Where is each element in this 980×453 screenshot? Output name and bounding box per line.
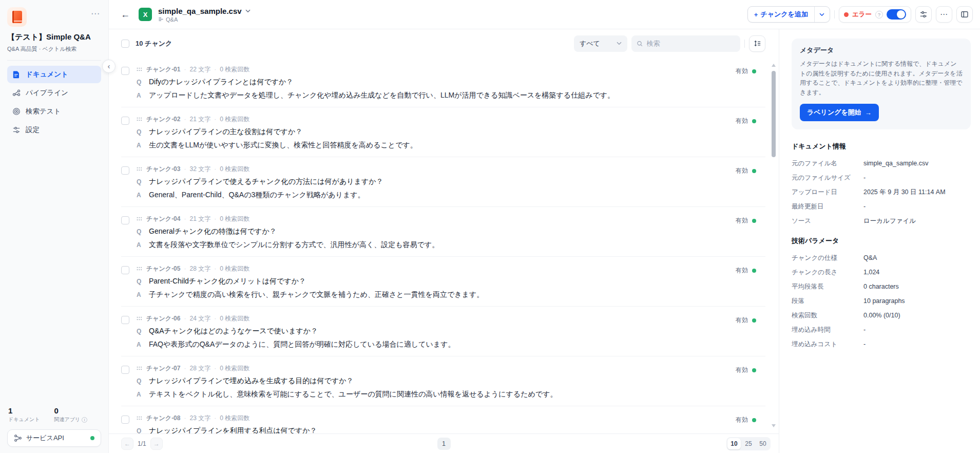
chunk-checkbox[interactable]: [121, 416, 129, 424]
more-actions-button[interactable]: ⋯: [936, 6, 952, 23]
knowledge-base-icon: [7, 7, 27, 27]
file-name-dropdown[interactable]: simple_qa_sample.csv: [158, 7, 251, 15]
info-label: 元のファイル名: [792, 159, 863, 167]
service-api-button[interactable]: サービスAPI: [7, 429, 101, 447]
grid-dots-icon: [137, 166, 143, 172]
select-all-checkbox[interactable]: [121, 40, 129, 48]
knowledge-stats: 1 ドキュメント 0 関連アプリ i: [7, 406, 101, 423]
chunk-id: チャンク-08: [146, 414, 180, 422]
chunk-checkbox[interactable]: [121, 216, 129, 224]
chunk-card[interactable]: チャンク-05 · 28 文字 · 0 検索回数 QParent-Childチャ…: [137, 265, 728, 300]
question-text: Difyのナレッジパイプラインとは何ですか？: [149, 77, 293, 87]
answer-text: General、Parent-Child、Q&Aの3種類のチャンク戦略があります…: [149, 190, 365, 200]
chunk-row: チャンク-07 · 28 文字 · 0 検索回数 Qナレッジパイプラインで埋め込…: [121, 356, 765, 406]
question-text: Q&Aチャンク化はどのようなケースで使いますか？: [149, 326, 318, 336]
chunk-hit-count: 0 検索回数: [220, 265, 249, 273]
start-labeling-button[interactable]: ラベリングを開始 →: [800, 104, 879, 121]
scrollbar-thumb[interactable]: [772, 71, 776, 157]
status-filter-select[interactable]: すべて: [574, 35, 627, 52]
current-page-button[interactable]: 1: [437, 438, 451, 450]
chunk-checkbox[interactable]: [121, 316, 129, 324]
page-size-25[interactable]: 25: [742, 438, 755, 449]
sidebar-item-pipeline[interactable]: パイプライン: [7, 84, 101, 102]
page-size-10[interactable]: 10: [727, 438, 741, 449]
chunk-row: チャンク-04 · 21 文字 · 0 検索回数 QGeneralチャンク化の特…: [121, 207, 765, 257]
file-name: simple_qa_sample.csv: [158, 7, 242, 15]
question-text: ナレッジパイプラインを利用する利点は何ですか？: [149, 425, 317, 433]
scroll-up-arrow[interactable]: [772, 64, 776, 67]
question-text: Parent-Childチャンク化のメリットは何ですか？: [149, 276, 306, 287]
search-input[interactable]: [647, 40, 735, 47]
help-icon[interactable]: ?: [875, 11, 883, 18]
chunk-status-label: 有効: [736, 166, 748, 175]
chunk-card[interactable]: チャンク-01 · 22 文字 · 0 検索回数 QDifyのナレッジパイプライ…: [137, 65, 728, 101]
info-row: 平均段落長 0 characters: [792, 282, 971, 291]
sidebar-item-settings[interactable]: 設定: [7, 121, 101, 139]
chunk-char-count: 21 文字: [189, 215, 210, 223]
chunk-card[interactable]: チャンク-08 · 23 文字 · 0 検索回数 Qナレッジパイプラインを利用す…: [137, 414, 728, 433]
book-icon: [12, 11, 22, 23]
info-value: -: [863, 326, 866, 334]
scroll-down-arrow[interactable]: [772, 424, 776, 427]
chunk-row: チャンク-08 · 23 文字 · 0 検索回数 Qナレッジパイプラインを利用す…: [121, 406, 765, 433]
chunk-card[interactable]: チャンク-04 · 21 文字 · 0 検索回数 QGeneralチャンク化の特…: [137, 215, 728, 250]
chunk-mode-badge: Q&A: [158, 16, 251, 23]
chunk-checkbox[interactable]: [121, 67, 129, 75]
chunk-checkbox[interactable]: [121, 366, 129, 374]
grid-dots-icon: [137, 216, 143, 222]
chunk-hit-count: 0 検索回数: [220, 115, 249, 123]
documents-count: 1: [8, 406, 54, 415]
info-value: 10 paragraphs: [863, 297, 905, 305]
chunk-card[interactable]: チャンク-03 · 32 文字 · 0 検索回数 Qナレッジパイプラインで使える…: [137, 165, 728, 200]
question-label: Q: [137, 77, 144, 87]
chunk-card[interactable]: チャンク-07 · 28 文字 · 0 検索回数 Qナレッジパイプラインで埋め込…: [137, 364, 728, 400]
info-label: 埋め込み時間: [792, 326, 863, 334]
sidebar-item-label: ドキュメント: [26, 70, 68, 79]
next-page-button[interactable]: →: [150, 438, 163, 450]
chunk-status-label: 有効: [736, 416, 748, 424]
document-enable-toggle[interactable]: [887, 9, 906, 20]
doc-info-rows: 元のファイル名 simple_qa_sample.csv 元のファイルサイズ -…: [792, 159, 971, 225]
page-indicator: 1/1: [138, 440, 146, 447]
csv-file-icon: X: [139, 8, 152, 21]
answer-label: A: [137, 140, 144, 150]
panel-layout-icon: [960, 10, 969, 18]
chunk-status-label: 有効: [736, 316, 748, 325]
chunk-char-count: 24 文字: [189, 314, 210, 323]
back-button[interactable]: ←: [118, 7, 132, 22]
sidebar-item-documents[interactable]: ドキュメント: [7, 66, 101, 83]
add-chunk-caret[interactable]: [814, 7, 830, 22]
chunk-checkbox[interactable]: [121, 117, 129, 125]
api-status-dot: [90, 436, 94, 440]
question-text: ナレッジパイプラインの主な役割は何ですか？: [149, 126, 302, 137]
metadata-description: メタデータはドキュメントに関する情報で、ドキュメントの属性を説明するために使用さ…: [800, 59, 963, 97]
info-label: 元のファイルサイズ: [792, 174, 863, 182]
page-size-50[interactable]: 50: [756, 438, 770, 449]
prev-page-button[interactable]: ←: [121, 438, 133, 450]
grid-dots-icon: [137, 365, 143, 371]
display-order-button[interactable]: [749, 35, 765, 52]
chunk-card[interactable]: チャンク-06 · 24 文字 · 0 検索回数 QQ&Aチャンク化はどのような…: [137, 314, 728, 350]
answer-label: A: [137, 389, 144, 400]
chunk-card[interactable]: チャンク-02 · 21 文字 · 0 検索回数 Qナレッジパイプラインの主な役…: [137, 115, 728, 150]
chunk-checkbox[interactable]: [121, 166, 129, 175]
info-row: 埋め込み時間 -: [792, 326, 971, 334]
chunk-checkbox[interactable]: [121, 266, 129, 274]
add-chunk-button[interactable]: + チャンクを追加: [748, 7, 814, 22]
sidebar-collapse-button[interactable]: ‹: [102, 60, 116, 73]
info-value: 1,024: [863, 268, 879, 276]
info-row: アップロード日 2025 年 9 月 30 日 11:14 AM: [792, 188, 971, 196]
pipeline-icon: [12, 89, 21, 97]
metadata-card: メタデータ メタデータはドキュメントに関する情報で、ドキュメントの属性を説明する…: [792, 39, 971, 129]
toggle-panel-button[interactable]: [956, 6, 973, 23]
more-icon[interactable]: ⋯: [90, 7, 101, 20]
sidebar-item-retrieval-test[interactable]: 検索テスト: [7, 103, 101, 120]
chunk-settings-button[interactable]: [915, 6, 932, 23]
info-row: チャンクの長さ 1,024: [792, 268, 971, 276]
answer-text: テキストをベクトル化し、意味検索を可能にすることで、ユーザーの質問に関連性の高い…: [149, 389, 557, 400]
chunk-char-count: 22 文字: [189, 65, 210, 73]
info-value: -: [863, 340, 866, 348]
chunk-char-count: 32 文字: [189, 165, 210, 173]
sliders-icon: [919, 10, 928, 18]
chunk-char-count: 23 文字: [189, 414, 210, 422]
